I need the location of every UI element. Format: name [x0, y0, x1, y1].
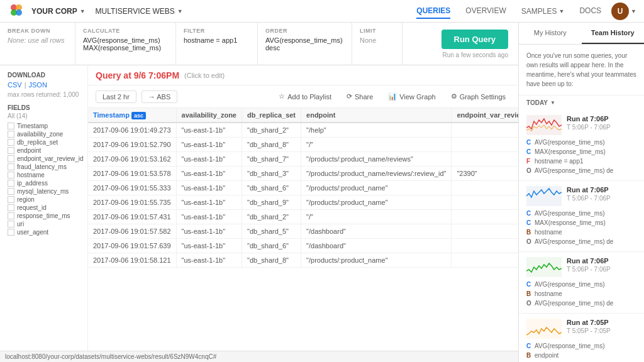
svg-point-3 — [16, 9, 22, 16]
download-formats: CSV | JSON — [8, 81, 80, 89]
history-item-2[interactable]: Run at 7:06P T 5:06P - 7:06P CAVG(respon… — [519, 181, 644, 252]
query-title[interactable]: Query at 9/6 7:06PM — [96, 70, 179, 80]
history-item-1[interactable]: Run at 7:06P T 5:06P - 7:06P CAVG(respon… — [519, 110, 644, 181]
field-ip-address[interactable]: ip_address — [8, 179, 80, 187]
view-graph-button[interactable]: 📊 View Graph — [383, 90, 440, 102]
col-timestamp[interactable]: Timestamp asc — [88, 108, 176, 123]
table-cell: "us-east-1-1b" — [176, 167, 242, 181]
table-cell: "/" — [301, 138, 452, 152]
history-item-3[interactable]: Run at 7:06P T 5:06P - 7:06P CAVG(respon… — [519, 252, 644, 314]
add-playlist-button[interactable]: ☆ Add to Playlist — [274, 90, 336, 102]
graph-icon: 📊 — [388, 92, 397, 101]
col-db-replica-set[interactable]: db_replica_set — [242, 108, 301, 123]
nav-brand[interactable]: YOUR CORP ▼ — [31, 7, 86, 16]
table-row[interactable]: 2017-09-06 19:01:53.162"us-east-1-1b""db… — [88, 152, 518, 167]
service-chevron: ▼ — [177, 8, 183, 14]
history-item-4[interactable]: Run at 7:05P T 5:05P - 7:05P CAVG(respon… — [519, 314, 644, 362]
col-availability-zone[interactable]: availability_zone — [176, 108, 242, 123]
table-cell: "us-east-1-1b" — [176, 181, 242, 195]
nav-service[interactable]: MULTISERVICE WEBS ▼ — [96, 7, 183, 16]
fields-count: All (14) — [8, 112, 80, 119]
table-cell: 2017-09-06 19:01:55.735 — [88, 195, 176, 210]
calculate-value1: AVG(response_time_ms) — [83, 36, 168, 44]
field-mysql-latency[interactable]: mysql_latency_ms — [8, 187, 80, 195]
table-row[interactable]: 2017-09-06 19:01:53.578"us-east-1-1b""db… — [88, 167, 518, 181]
table-cell: "db_shard_5" — [242, 224, 301, 239]
table-cell: "db_shard_6" — [242, 239, 301, 253]
table-cell: "db_shard_9" — [242, 195, 301, 210]
field-db-replica-set[interactable]: db_replica_set — [8, 138, 80, 146]
breakdown-label: BREAK DOWN — [8, 28, 67, 34]
order-label: ORDER — [265, 28, 344, 34]
nav-queries[interactable]: QUERIES — [416, 4, 450, 19]
fields-label: FIELDS — [8, 104, 80, 111]
history-item-1-details: CAVG(response_time_ms) CMAX(response_tim… — [526, 138, 636, 175]
table-cell: "us-east-1-1b" — [176, 138, 242, 152]
table-cell: "/products/:product_name/reviews" — [301, 152, 452, 167]
field-uri[interactable]: uri — [8, 220, 80, 228]
time-range-button[interactable]: Last 2 hr — [96, 90, 136, 103]
avatar[interactable]: U — [611, 3, 629, 20]
table-cell: 2017-09-06 19:01:57.639 — [88, 239, 176, 253]
json-link[interactable]: JSON — [28, 81, 47, 89]
history-item-3-details: CAVG(response_time_ms) Bhostname OAVG(re… — [526, 280, 636, 308]
col-endpoint[interactable]: endpoint — [301, 108, 452, 123]
field-hostname[interactable]: hostname — [8, 171, 80, 179]
nav-docs[interactable]: DOCS — [579, 4, 601, 19]
field-request-id[interactable]: request_id — [8, 204, 80, 212]
table-row[interactable]: 2017-09-06 19:01:49.273"us-east-1-1b""db… — [88, 123, 518, 138]
limit-value: None — [360, 36, 394, 44]
table-row[interactable]: 2017-09-06 19:01:58.121"us-east-1-1b""db… — [88, 253, 518, 268]
history-item-2-time: T 5:06P - 7:06P — [567, 195, 636, 202]
table-cell: "/" — [301, 210, 452, 224]
col-endpoint-var[interactable]: endpoint_var_review_id — [452, 108, 518, 123]
field-availability-zone[interactable]: availability_zone — [8, 130, 80, 138]
table-row[interactable]: 2017-09-06 19:01:57.639"us-east-1-1b""db… — [88, 239, 518, 253]
my-history-tab[interactable]: My History — [519, 23, 582, 44]
calculate-section[interactable]: CALCULATE AVG(response_time_ms) MAX(resp… — [75, 23, 176, 65]
share-icon: ⟳ — [347, 92, 352, 101]
field-timestamp[interactable]: Timestamp — [8, 122, 80, 130]
abs-button[interactable]: → ABS — [142, 90, 177, 103]
breakdown-value: None: use all rows — [8, 36, 67, 44]
team-history-tab[interactable]: Team History — [582, 23, 645, 44]
graph-settings-button[interactable]: ⚙ Graph Settings — [446, 90, 511, 102]
field-endpoint-var[interactable]: endpoint_var_review_id — [8, 155, 80, 163]
table-row[interactable]: 2017-09-06 19:01:57.431"us-east-1-1b""db… — [88, 210, 518, 224]
field-user-agent[interactable]: user_agent — [8, 228, 80, 236]
table-row[interactable]: 2017-09-06 19:01:55.735"us-east-1-1b""db… — [88, 195, 518, 210]
table-cell: "us-east-1-1b" — [176, 195, 242, 210]
share-button[interactable]: ⟳ Share — [341, 90, 378, 102]
left-sidebar: DOWNLOAD CSV | JSON max rows returned: 1… — [0, 65, 88, 351]
filter-section[interactable]: FILTER hostname = app1 — [176, 23, 258, 65]
nav-samples[interactable]: SAMPLES ▼ — [521, 4, 565, 19]
download-label: DOWNLOAD — [8, 72, 80, 79]
run-time: Run a few seconds ago — [442, 52, 508, 58]
field-fraud-latency[interactable]: fraud_latency_ms — [8, 163, 80, 171]
table-row[interactable]: 2017-09-06 19:01:55.333"us-east-1-1b""db… — [88, 181, 518, 195]
field-endpoint[interactable]: endpoint — [8, 146, 80, 155]
limit-section[interactable]: LIMIT None — [352, 23, 402, 65]
history-item-4-time: T 5:05P - 7:05P — [567, 327, 636, 334]
run-query-button[interactable]: Run Query — [441, 30, 508, 49]
table-cell: "/products/:product_name" — [301, 195, 452, 210]
table-row[interactable]: 2017-09-06 19:01:57.582"us-east-1-1b""db… — [88, 224, 518, 239]
order-section[interactable]: ORDER AVG(response_time_ms) desc — [258, 23, 352, 65]
table-row[interactable]: 2017-09-06 19:01:52.790"us-east-1-1b""db… — [88, 138, 518, 152]
table-cell: "db_shard_8" — [242, 138, 301, 152]
table-cell — [452, 152, 518, 167]
breakdown-section[interactable]: BREAK DOWN None: use all rows — [0, 23, 75, 65]
table-cell: "db_shard_2" — [242, 210, 301, 224]
table-cell: "db_shard_3" — [242, 167, 301, 181]
table-cell — [452, 224, 518, 239]
csv-link[interactable]: CSV — [8, 81, 22, 89]
field-response-time[interactable]: response_time_ms — [8, 212, 80, 220]
history-thumb-2 — [526, 186, 562, 206]
table-cell: 2017-09-06 19:01:58.121 — [88, 253, 176, 268]
format-sep: | — [25, 81, 26, 89]
field-region[interactable]: region — [8, 195, 80, 204]
data-table-container[interactable]: Timestamp asc availability_zone db_repli… — [88, 108, 518, 351]
limit-label: LIMIT — [360, 28, 394, 34]
table-cell — [452, 181, 518, 195]
nav-overview[interactable]: OVERVIEW — [465, 4, 506, 19]
